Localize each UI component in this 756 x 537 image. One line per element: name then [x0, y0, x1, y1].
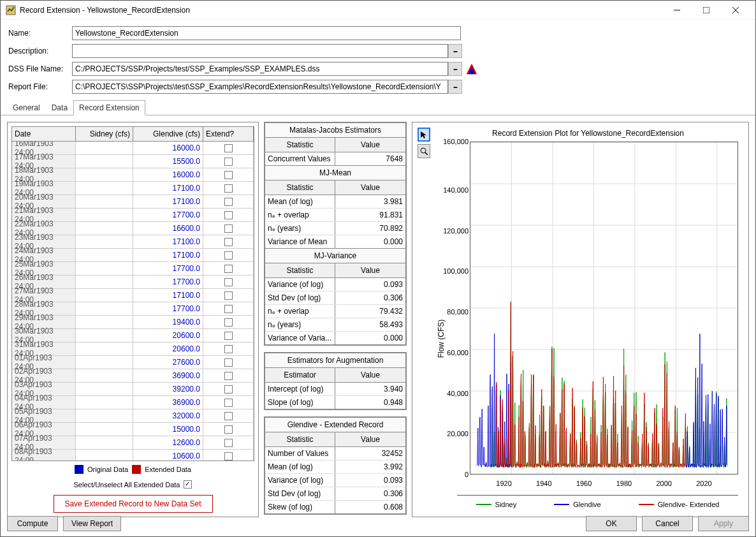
- cell-glendive[interactable]: 32000.0: [133, 409, 203, 422]
- cell-sidney[interactable]: [76, 222, 133, 235]
- cell-glendive[interactable]: 17100.0: [133, 182, 203, 195]
- cell-extend[interactable]: [203, 235, 254, 248]
- table-row[interactable]: 08Apr1903 24:0010600.0: [12, 450, 254, 460]
- cell-sidney[interactable]: [76, 436, 133, 449]
- maximize-button[interactable]: [692, 1, 721, 20]
- extend-checkbox[interactable]: [224, 439, 233, 447]
- extend-checkbox[interactable]: [224, 412, 233, 420]
- cell-extend[interactable]: [203, 142, 254, 154]
- cell-extend[interactable]: [203, 209, 254, 221]
- extend-checkbox[interactable]: [224, 425, 233, 434]
- extend-checkbox[interactable]: [224, 171, 233, 179]
- cell-extend[interactable]: [203, 222, 254, 235]
- cell-glendive[interactable]: 12600.0: [133, 436, 203, 449]
- cell-glendive[interactable]: 17100.0: [133, 249, 203, 261]
- cell-sidney[interactable]: [76, 168, 133, 181]
- extend-checkbox[interactable]: [224, 305, 233, 313]
- dss-plot-icon[interactable]: [465, 62, 479, 76]
- name-input[interactable]: [72, 26, 461, 40]
- extend-checkbox[interactable]: [224, 291, 233, 300]
- cell-glendive[interactable]: 19400.0: [133, 316, 203, 328]
- extend-checkbox[interactable]: [224, 211, 233, 219]
- cell-sidney[interactable]: [76, 209, 133, 221]
- cell-glendive[interactable]: 17100.0: [133, 235, 203, 248]
- tab-general[interactable]: General: [7, 100, 46, 115]
- cell-extend[interactable]: [203, 450, 254, 460]
- extend-checkbox[interactable]: [224, 452, 233, 460]
- cell-glendive[interactable]: 15500.0: [133, 155, 203, 168]
- cell-glendive[interactable]: 16000.0: [133, 168, 203, 181]
- extend-checkbox[interactable]: [224, 184, 233, 193]
- cell-glendive[interactable]: 39200.0: [133, 383, 203, 395]
- cell-sidney[interactable]: [76, 235, 133, 248]
- cell-sidney[interactable]: [76, 195, 133, 208]
- cell-glendive[interactable]: 17700.0: [133, 262, 203, 275]
- extend-checkbox[interactable]: [224, 372, 233, 380]
- cell-extend[interactable]: [203, 316, 254, 328]
- cell-extend[interactable]: [203, 409, 254, 422]
- col-extend[interactable]: Extend?: [203, 127, 254, 142]
- col-glendive[interactable]: Glendive (cfs): [133, 127, 203, 142]
- plot-area[interactable]: [470, 142, 738, 474]
- cell-glendive[interactable]: 17700.0: [133, 276, 203, 288]
- cell-glendive[interactable]: 17700.0: [133, 302, 203, 315]
- cell-extend[interactable]: [203, 423, 254, 436]
- cell-extend[interactable]: [203, 383, 254, 395]
- ok-button[interactable]: OK: [586, 516, 637, 531]
- extend-checkbox[interactable]: [224, 238, 233, 246]
- extend-checkbox[interactable]: [224, 332, 233, 340]
- cell-sidney[interactable]: [76, 383, 133, 395]
- cell-extend[interactable]: [203, 342, 254, 355]
- cell-sidney[interactable]: [76, 316, 133, 328]
- cell-sidney[interactable]: [76, 249, 133, 261]
- cell-sidney[interactable]: [76, 450, 133, 460]
- compute-button[interactable]: Compute: [7, 516, 58, 531]
- col-date[interactable]: Date: [12, 127, 76, 142]
- cell-extend[interactable]: [203, 195, 254, 208]
- description-input[interactable]: [72, 44, 448, 58]
- cell-sidney[interactable]: [76, 396, 133, 409]
- extend-checkbox[interactable]: [224, 399, 233, 407]
- extend-checkbox[interactable]: [224, 144, 233, 152]
- cell-glendive[interactable]: 36900.0: [133, 369, 203, 382]
- cell-glendive[interactable]: 16600.0: [133, 222, 203, 235]
- cell-sidney[interactable]: [76, 369, 133, 382]
- pointer-tool[interactable]: [418, 128, 430, 142]
- cell-extend[interactable]: [203, 276, 254, 288]
- col-sidney[interactable]: Sidney (cfs): [76, 127, 133, 142]
- cell-sidney[interactable]: [76, 276, 133, 288]
- cell-extend[interactable]: [203, 356, 254, 369]
- cell-sidney[interactable]: [76, 356, 133, 369]
- cell-extend[interactable]: [203, 329, 254, 342]
- cell-glendive[interactable]: 36900.0: [133, 396, 203, 409]
- cell-glendive[interactable]: 17700.0: [133, 209, 203, 221]
- cell-extend[interactable]: [203, 302, 254, 315]
- apply-button[interactable]: Apply: [698, 516, 749, 531]
- tab-record-extension[interactable]: Record Extension: [73, 100, 145, 115]
- cancel-button[interactable]: Cancel: [642, 516, 693, 531]
- cell-glendive[interactable]: 10600.0: [133, 450, 203, 460]
- report-browse-button[interactable]: •••: [448, 80, 462, 94]
- cell-sidney[interactable]: [76, 182, 133, 195]
- cell-extend[interactable]: [203, 396, 254, 409]
- report-file-input[interactable]: [72, 80, 448, 94]
- extend-checkbox[interactable]: [224, 358, 233, 367]
- close-button[interactable]: [721, 1, 750, 20]
- extend-checkbox[interactable]: [224, 345, 233, 353]
- extend-checkbox[interactable]: [224, 251, 233, 260]
- save-extended-button[interactable]: Save Extended Record to New Data Set: [54, 495, 213, 513]
- table-body[interactable]: 16Mar1903 24:0016000.017Mar1903 24:00155…: [12, 142, 254, 460]
- cell-sidney[interactable]: [76, 302, 133, 315]
- extend-checkbox[interactable]: [224, 385, 233, 394]
- cell-sidney[interactable]: [76, 289, 133, 302]
- dss-file-input[interactable]: [72, 62, 448, 76]
- cell-sidney[interactable]: [76, 155, 133, 168]
- cell-sidney[interactable]: [76, 142, 133, 154]
- extend-checkbox[interactable]: [224, 158, 233, 166]
- cell-extend[interactable]: [203, 249, 254, 261]
- extend-checkbox[interactable]: [224, 278, 233, 286]
- cell-glendive[interactable]: 27600.0: [133, 356, 203, 369]
- cell-extend[interactable]: [203, 155, 254, 168]
- cell-extend[interactable]: [203, 289, 254, 302]
- description-browse-button[interactable]: •••: [448, 44, 462, 58]
